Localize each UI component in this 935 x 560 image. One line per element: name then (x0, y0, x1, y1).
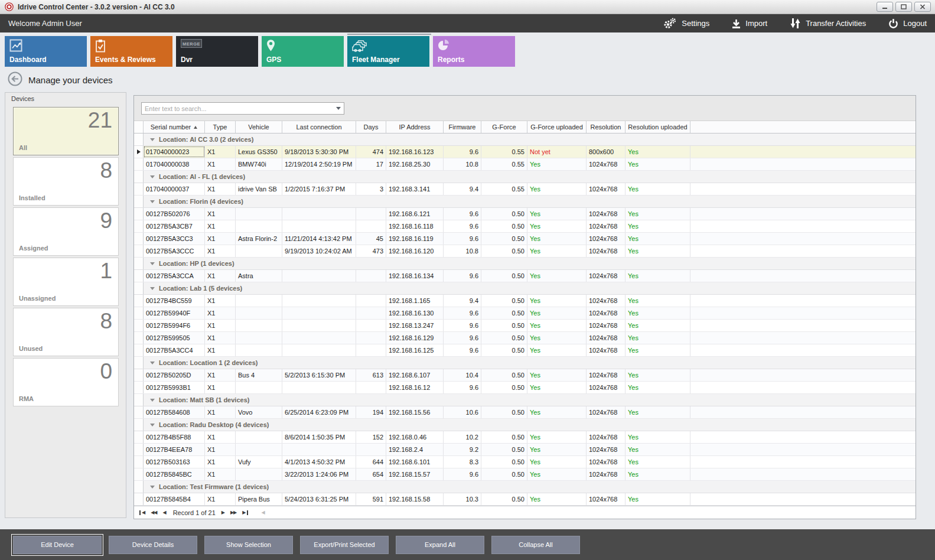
device-row[interactable]: 017040000038X1BMW740i12/19/2014 2:50:19 … (134, 158, 916, 171)
maximize-button[interactable] (895, 2, 912, 12)
column-header-days[interactable]: Days (356, 121, 386, 133)
group-row[interactable]: Location: HP (1 devices) (134, 258, 916, 270)
device-row[interactable]: 00127B5845B4X1Pipera Bus5/24/2013 6:31:2… (134, 493, 916, 506)
device-row[interactable]: 00127B599505X1192.168.16.1299.60.50Yes10… (134, 332, 916, 344)
group-row[interactable]: Location: Location 1 (2 devices) (134, 357, 916, 369)
group-row[interactable]: Location: Test Firmware (1 devices) (134, 481, 916, 493)
device-filter-all[interactable]: 21All (13, 107, 119, 155)
collapse-triangle-icon (150, 175, 155, 178)
minimize-button[interactable] (877, 2, 893, 12)
cell-type: X1 (205, 406, 236, 418)
device-row[interactable]: 00127B584608X1Vovo6/25/2014 6:23:09 PM19… (134, 406, 916, 419)
cell-ip: 192.168.15.57 (386, 468, 444, 480)
device-row[interactable]: 00127B4BC559X1192.168.1.1659.40.50Yes102… (134, 295, 916, 307)
device-row[interactable]: 017040000037X1idrive Van SB1/2/2015 7:16… (134, 183, 916, 196)
device-row[interactable]: 00127B5A3CC3X1Astra Florin-211/21/2014 4… (134, 233, 916, 245)
export-print-selected-button[interactable]: Export/Print Selected (300, 536, 389, 554)
back-button[interactable] (8, 71, 22, 89)
cell-firmware: 9.6 (444, 307, 481, 319)
device-row[interactable]: 00127B50205DX1Bus 45/2/2013 6:15:30 PM61… (134, 369, 916, 382)
show-selection-button[interactable]: Show Selection (204, 536, 293, 554)
search-dropdown-button[interactable] (333, 103, 344, 114)
device-row[interactable]: 00127B5A3CB7X1192.168.16.1189.60.50Yes10… (134, 220, 916, 233)
tab-reports[interactable]: Reports (433, 36, 515, 67)
column-header-resolution[interactable]: Resolution (587, 121, 625, 133)
next-page-button[interactable]: ▶▶ (230, 510, 236, 515)
collapse-all-button[interactable]: Collapse All (491, 536, 580, 554)
device-filter-unassigned[interactable]: 1Unassigned (13, 258, 119, 306)
import-icon (732, 19, 741, 28)
device-row[interactable]: 00127B5994F6X1192.168.13.2479.60.50Yes10… (134, 320, 916, 332)
column-header-firmware[interactable]: Firmware (444, 121, 481, 133)
device-row[interactable]: 00127B5A3CCAX1Astra192.168.16.1349.60.50… (134, 270, 916, 282)
group-row-content: Location: Florin (4 devices) (144, 196, 916, 207)
row-filler (690, 270, 916, 282)
cell-serial: 00127B584608 (144, 406, 205, 418)
column-header-vehicle[interactable]: Vehicle (236, 121, 282, 133)
device-filter-assigned[interactable]: 9Assigned (13, 207, 119, 256)
cell-resolution_uploaded: Yes (625, 158, 690, 170)
device-row[interactable]: 00127B5A3CC4X1192.168.16.1259.60.50Yes10… (134, 344, 916, 357)
tab-dvr[interactable]: MERGEDvr (176, 36, 258, 67)
search-input[interactable] (142, 105, 333, 112)
first-record-button[interactable]: ◀ (139, 510, 145, 515)
column-header-serial[interactable]: Serial number (144, 121, 205, 133)
tab-events[interactable]: Events & Reviews (90, 36, 172, 67)
column-header-gforce_uploaded[interactable]: G-Force uploaded (527, 121, 587, 133)
column-header-gforce[interactable]: G-Force (481, 121, 527, 133)
column-header-type[interactable]: Type (205, 121, 236, 133)
column-header-last_connection[interactable]: Last connection (282, 121, 356, 133)
cell-gforce_uploaded: Yes (527, 208, 587, 220)
tab-fleet[interactable]: Fleet Manager (347, 36, 429, 67)
cell-firmware: 10.2 (444, 431, 481, 443)
last-record-button[interactable]: ▶ (242, 510, 248, 515)
menu-logout[interactable]: Logout (888, 18, 927, 28)
group-row[interactable]: Location: Lab 1 (5 devices) (134, 282, 916, 295)
expand-all-button[interactable]: Expand All (396, 536, 484, 554)
column-header-ip[interactable]: IP Address (386, 121, 444, 133)
row-filler (690, 320, 916, 331)
next-record-button[interactable]: ▶ (221, 510, 224, 515)
prev-page-button[interactable]: ◀◀ (151, 510, 157, 515)
menu-transfer-label: Transfer Activities (806, 19, 866, 28)
group-row[interactable]: Location: Florin (4 devices) (134, 196, 916, 208)
cell-gforce: 0.50 (481, 493, 527, 505)
group-row[interactable]: Location: Matt SB (1 devices) (134, 394, 916, 406)
menu-settings[interactable]: Settings (663, 18, 709, 29)
device-row[interactable]: 00127B59940FX1192.168.16.1309.60.50Yes10… (134, 307, 916, 320)
device-row[interactable]: 017040000023X1Lexus GS3509/18/2013 5:30:… (134, 146, 916, 158)
cell-firmware: 9.6 (444, 208, 481, 220)
group-row[interactable]: Location: Radu Desktop (4 devices) (134, 419, 916, 431)
device-filter-rma[interactable]: 0RMA (13, 358, 119, 406)
menu-import[interactable]: Import (732, 19, 767, 28)
cell-vehicle (236, 382, 282, 393)
device-row[interactable]: 00127B5845BCX13/22/2013 1:24:06 PM654192… (134, 468, 916, 481)
cell-days: 194 (356, 406, 386, 418)
device-row[interactable]: 00127B5993B1X1192.168.16.129.60.50Yes102… (134, 382, 916, 394)
device-row[interactable]: 00127B502076X1192.168.6.1219.60.50Yes102… (134, 208, 916, 220)
tab-gps[interactable]: GPS (262, 36, 344, 67)
group-row[interactable]: Location: Al - FL (1 devices) (134, 171, 916, 183)
device-row[interactable]: 00127B4B5F88X18/6/2014 1:50:35 PM152192.… (134, 431, 916, 444)
tab-dashboard[interactable]: Dashboard (5, 36, 87, 67)
device-filter-installed[interactable]: 8Installed (13, 157, 119, 206)
cell-resolution: 1024x768 (587, 332, 625, 344)
settings-icon (663, 18, 677, 29)
device-row[interactable]: 00127B503163X1Vufy4/1/2013 4:50:32 PM644… (134, 456, 916, 468)
device-filter-unused[interactable]: 8Unused (13, 308, 119, 356)
tab-label: Dvr (181, 56, 193, 64)
prev-record-button[interactable]: ◀ (162, 510, 165, 515)
edit-device-button[interactable]: Edit Device (13, 536, 102, 554)
column-header-resolution_uploaded[interactable]: Resolution uploaded (625, 121, 690, 133)
footer-toolbar: Edit DeviceDevice DetailsShow SelectionE… (0, 529, 935, 560)
row-filler (690, 493, 916, 505)
device-details-button[interactable]: Device Details (109, 536, 197, 554)
cell-firmware: 9.6 (444, 332, 481, 344)
device-row[interactable]: 00127B4EEA78X1192.168.2.49.20.50Yes1024x… (134, 444, 916, 456)
menu-transfer[interactable]: Transfer Activities (790, 18, 866, 28)
group-row[interactable]: Location: Al CC 3.0 (2 devices) (134, 134, 916, 146)
cell-gforce: 0.50 (481, 270, 527, 282)
cell-gforce_uploaded: Yes (527, 431, 587, 443)
close-button[interactable] (914, 2, 931, 12)
device-row[interactable]: 00127B5A3CCCX19/19/2013 10:24:02 AM47319… (134, 245, 916, 258)
